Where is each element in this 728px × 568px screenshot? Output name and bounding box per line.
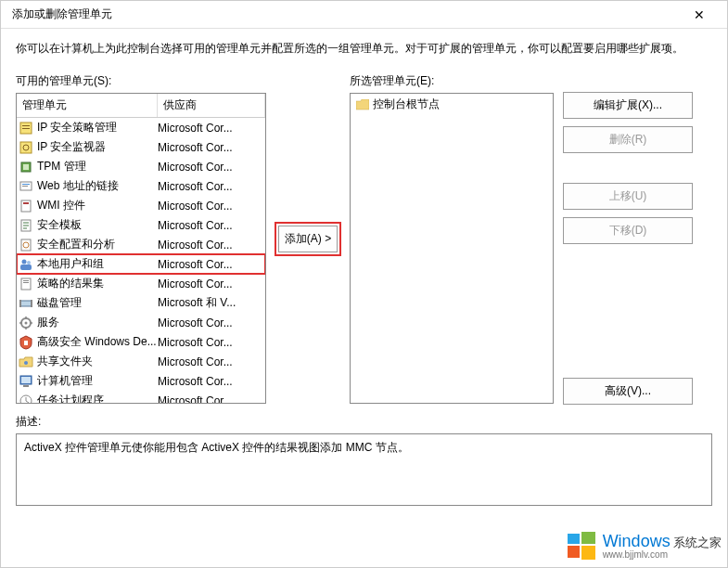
monitor-icon xyxy=(19,140,33,155)
list-item-name: 安全配置和分析 xyxy=(37,237,158,252)
list-item-name: 共享文件夹 xyxy=(37,354,158,369)
svg-rect-20 xyxy=(23,282,29,283)
tree-root-row[interactable]: 控制台根节点 xyxy=(351,94,553,115)
svg-point-15 xyxy=(22,259,27,264)
list-item-name: Web 地址的链接 xyxy=(37,178,158,194)
tpm-icon xyxy=(19,160,33,174)
col-header-name[interactable]: 管理单元 xyxy=(17,94,158,117)
close-button[interactable]: ✕ xyxy=(679,2,720,28)
svg-rect-9 xyxy=(22,186,28,187)
svg-rect-11 xyxy=(23,202,29,204)
selected-treeview[interactable]: 控制台根节点 xyxy=(350,93,554,404)
svg-rect-17 xyxy=(20,265,32,270)
svg-rect-22 xyxy=(19,300,21,307)
svg-point-16 xyxy=(27,261,31,265)
computer-icon xyxy=(19,374,33,389)
list-item-name: 磁盘管理 xyxy=(37,295,158,311)
close-icon: ✕ xyxy=(694,7,705,22)
list-item[interactable]: 共享文件夹Microsoft Cor... xyxy=(17,352,265,371)
list-item[interactable]: WMI 控件Microsoft Cor... xyxy=(17,196,265,215)
advanced-button[interactable]: 高级(V)... xyxy=(563,378,693,405)
windows-logo-icon xyxy=(566,530,597,562)
tree-root-label: 控制台根节点 xyxy=(373,97,440,112)
list-item[interactable]: 安全配置和分析Microsoft Cor... xyxy=(17,235,265,254)
list-item[interactable]: IP 安全监视器Microsoft Cor... xyxy=(17,137,265,157)
available-list-body[interactable]: IP 安全策略管理Microsoft Cor...IP 安全监视器Microso… xyxy=(17,118,265,404)
svg-rect-8 xyxy=(22,184,30,185)
share-icon xyxy=(19,355,33,369)
svg-point-25 xyxy=(25,321,28,324)
list-item[interactable]: 磁盘管理Microsoft 和 V... xyxy=(17,293,265,313)
services-icon xyxy=(19,316,33,330)
svg-rect-30 xyxy=(23,385,29,387)
window-titlebar: 添加或删除管理单元 ✕ xyxy=(1,1,727,29)
list-item[interactable]: 策略的结果集Microsoft Cor... xyxy=(17,274,265,293)
list-item[interactable]: 服务Microsoft Cor... xyxy=(17,313,265,332)
edit-extensions-button[interactable]: 编辑扩展(X)... xyxy=(563,92,693,119)
svg-point-27 xyxy=(24,361,28,365)
list-item[interactable]: 高级安全 Windows De...Microsoft Cor... xyxy=(17,332,265,352)
disk-icon xyxy=(19,296,33,311)
list-item-vendor: Microsoft Cor... xyxy=(158,355,263,368)
available-list-header: 管理单元 供应商 xyxy=(17,94,265,118)
list-item-name: 高级安全 Windows De... xyxy=(37,334,158,350)
list-item-vendor: Microsoft Cor... xyxy=(158,180,263,193)
list-item-vendor: Microsoft Cor... xyxy=(158,278,263,290)
firewall-icon xyxy=(19,335,33,350)
description-box: ActiveX 控件管理单元使你能用包含 ActiveX 控件的结果视图添加 M… xyxy=(16,433,712,506)
svg-rect-19 xyxy=(23,280,29,281)
description-label: 描述: xyxy=(16,414,712,430)
list-item[interactable]: 任务计划程序Microsoft Cor... xyxy=(17,391,265,404)
watermark: Windows 系统之家 www.bjjmlv.com xyxy=(566,530,722,562)
list-item-name: 策略的结果集 xyxy=(37,276,158,291)
add-button[interactable]: 添加(A) > xyxy=(278,226,338,252)
config-icon xyxy=(19,238,33,252)
svg-rect-29 xyxy=(21,377,31,383)
list-item-name: 安全模板 xyxy=(37,217,158,233)
list-item-vendor: Microsoft Cor... xyxy=(158,336,263,349)
svg-rect-26 xyxy=(24,341,28,345)
task-icon xyxy=(19,394,33,405)
list-item-name: 任务计划程序 xyxy=(37,393,158,404)
list-item[interactable]: TPM 管理Microsoft Cor... xyxy=(17,157,265,176)
folder-icon xyxy=(356,99,369,110)
svg-rect-33 xyxy=(581,532,595,544)
list-item-vendor: Microsoft Cor... xyxy=(158,122,263,135)
list-item-vendor: Microsoft Cor... xyxy=(158,316,263,329)
selected-label: 所选管理单元(E): xyxy=(350,73,554,89)
watermark-brand2: 系统之家 xyxy=(673,536,722,549)
watermark-brand1: Windows xyxy=(603,532,671,550)
list-item-vendor: Microsoft Cor... xyxy=(158,394,263,405)
svg-rect-35 xyxy=(581,546,595,560)
list-item[interactable]: 安全模板Microsoft Cor... xyxy=(17,215,265,235)
list-item-name: 本地用户和组 xyxy=(37,256,158,272)
svg-rect-18 xyxy=(21,278,31,290)
col-header-vendor[interactable]: 供应商 xyxy=(158,94,265,117)
list-item-vendor: Microsoft Cor... xyxy=(158,375,263,388)
remove-button[interactable]: 删除(R) xyxy=(563,126,693,153)
list-item[interactable]: 本地用户和组Microsoft Cor... xyxy=(17,254,265,274)
svg-rect-6 xyxy=(23,164,29,170)
list-item-name: TPM 管理 xyxy=(37,159,158,174)
svg-rect-23 xyxy=(31,300,32,307)
watermark-text: Windows 系统之家 www.bjjmlv.com xyxy=(603,532,722,560)
list-item[interactable]: IP 安全策略管理Microsoft Cor... xyxy=(17,118,265,137)
move-down-button[interactable]: 下移(D) xyxy=(563,217,693,244)
list-item-vendor: Microsoft Cor... xyxy=(158,161,263,174)
available-label: 可用的管理单元(S): xyxy=(16,73,266,89)
list-item-name: WMI 控件 xyxy=(37,198,158,213)
list-item[interactable]: 计算机管理Microsoft Cor... xyxy=(17,371,265,391)
window-title: 添加或删除管理单元 xyxy=(12,6,679,22)
svg-rect-21 xyxy=(20,301,32,306)
available-listbox[interactable]: 管理单元 供应商 IP 安全策略管理Microsoft Cor...IP 安全监… xyxy=(16,93,266,404)
move-up-button[interactable]: 上移(U) xyxy=(563,183,693,210)
list-item-name: 计算机管理 xyxy=(37,373,158,389)
svg-rect-10 xyxy=(21,200,31,212)
users-icon xyxy=(19,257,33,272)
list-item-vendor: Microsoft Cor... xyxy=(158,239,263,252)
list-item[interactable]: Web 地址的链接Microsoft Cor... xyxy=(17,176,265,196)
svg-rect-34 xyxy=(568,546,580,558)
svg-rect-1 xyxy=(22,125,30,126)
svg-rect-32 xyxy=(568,534,580,544)
link-icon xyxy=(19,179,33,194)
